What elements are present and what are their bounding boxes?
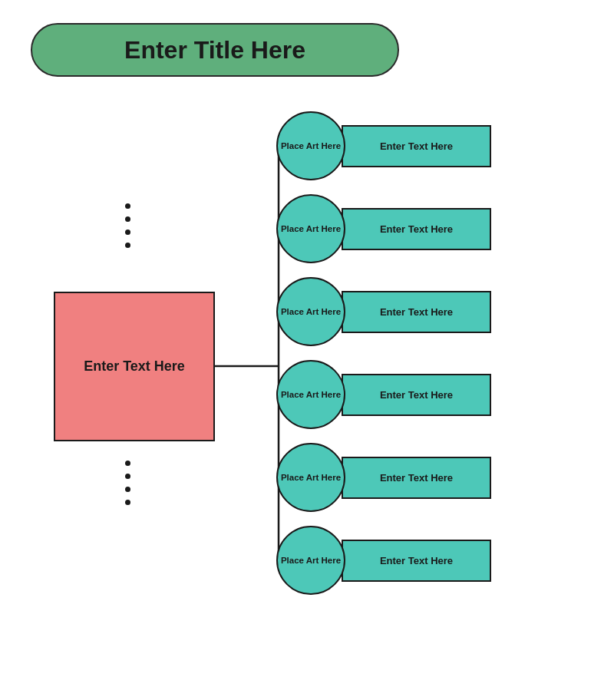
dot-1: [125, 203, 130, 209]
circle-node-6[interactable]: Place Art Here: [276, 526, 345, 595]
dot-4: [125, 243, 130, 248]
circle-text-4: Place Art Here: [281, 389, 341, 401]
circle-text-1: Place Art Here: [281, 140, 341, 152]
circle-node-3[interactable]: Place Art Here: [276, 277, 345, 346]
rect-node-4[interactable]: Enter Text Here: [342, 374, 491, 416]
circle-text-3: Place Art Here: [281, 306, 341, 318]
dot-2: [125, 216, 130, 222]
rect-text-1: Enter Text Here: [380, 140, 453, 152]
main-box[interactable]: Enter Text Here: [54, 292, 215, 441]
right-rows: Place Art Here Enter Text Here Place Art…: [276, 111, 491, 609]
list-item: Place Art Here Enter Text Here: [276, 443, 491, 512]
dots-below: [125, 461, 130, 505]
rect-text-6: Enter Text Here: [380, 555, 453, 566]
dot-6: [125, 474, 130, 479]
dot-7: [125, 487, 130, 492]
dot-8: [125, 500, 130, 505]
dot-5: [125, 461, 130, 466]
circle-text-6: Place Art Here: [281, 555, 341, 566]
rect-node-1[interactable]: Enter Text Here: [342, 125, 491, 167]
circle-node-2[interactable]: Place Art Here: [276, 194, 345, 263]
rect-node-3[interactable]: Enter Text Here: [342, 291, 491, 333]
list-item: Place Art Here Enter Text Here: [276, 194, 491, 263]
rect-node-5[interactable]: Enter Text Here: [342, 457, 491, 499]
list-item: Place Art Here Enter Text Here: [276, 111, 491, 180]
circle-node-5[interactable]: Place Art Here: [276, 443, 345, 512]
rect-text-5: Enter Text Here: [380, 472, 453, 484]
list-item: Place Art Here Enter Text Here: [276, 526, 491, 595]
rect-text-3: Enter Text Here: [380, 306, 453, 318]
circle-text-5: Place Art Here: [281, 472, 341, 484]
page: Enter Title Here Enter Text Here: [0, 0, 614, 700]
list-item: Place Art Here Enter Text Here: [276, 277, 491, 346]
circle-node-4[interactable]: Place Art Here: [276, 360, 345, 429]
title-box: Enter Title Here: [31, 23, 399, 77]
circle-text-2: Place Art Here: [281, 223, 341, 235]
rect-text-2: Enter Text Here: [380, 223, 453, 235]
dots-above: [125, 203, 130, 248]
rect-text-4: Enter Text Here: [380, 389, 453, 401]
circle-node-1[interactable]: Place Art Here: [276, 111, 345, 180]
main-box-text: Enter Text Here: [84, 358, 185, 375]
rect-node-2[interactable]: Enter Text Here: [342, 208, 491, 250]
title-text: Enter Title Here: [124, 36, 305, 64]
dot-3: [125, 229, 130, 235]
list-item: Place Art Here Enter Text Here: [276, 360, 491, 429]
title-container: Enter Title Here: [31, 23, 399, 77]
rect-node-6[interactable]: Enter Text Here: [342, 540, 491, 582]
